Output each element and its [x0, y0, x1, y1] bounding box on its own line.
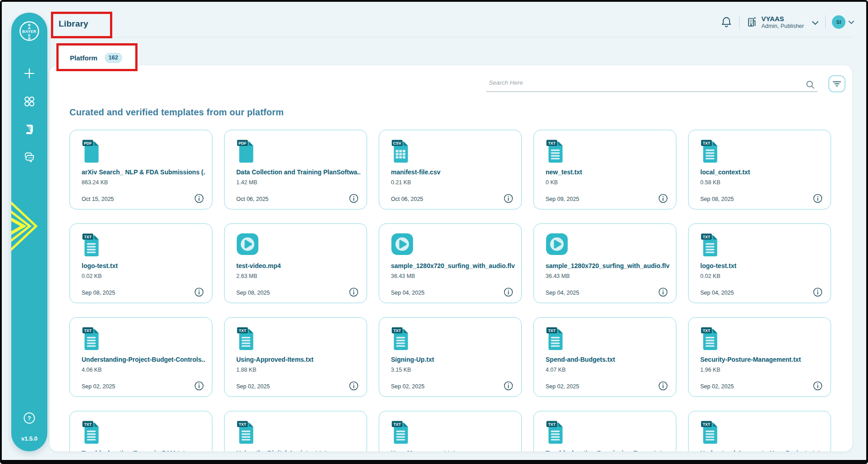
file-card[interactable]: sample_1280x720_surfing_with_audio.flv36…: [379, 223, 522, 303]
info-icon[interactable]: [658, 194, 668, 203]
bayer-logo[interactable]: BAYER B A E R: [19, 21, 40, 41]
organization-selector[interactable]: VYAAS Admin, Publisher: [746, 15, 819, 29]
file-date: Sep 02, 2025: [546, 383, 579, 390]
notifications-button[interactable]: [720, 16, 733, 28]
file-card[interactable]: TXT Troubleshooting-Permission-Errors.tx…: [533, 411, 676, 451]
info-icon[interactable]: [194, 287, 204, 297]
building-icon: [746, 16, 758, 28]
search-input[interactable]: [486, 77, 817, 92]
file-date: Oct 06, 2025: [236, 196, 269, 202]
csv-file-icon: CSV: [391, 139, 410, 165]
filter-button[interactable]: [828, 75, 845, 92]
svg-text:TXT: TXT: [703, 141, 710, 146]
txt-file-icon: TXT: [546, 139, 565, 165]
info-icon[interactable]: [813, 194, 822, 203]
info-icon[interactable]: [658, 287, 668, 297]
svg-text:TXT: TXT: [548, 422, 556, 427]
org-name: VYAAS: [762, 15, 804, 23]
file-date: Oct 15, 2025: [82, 196, 114, 202]
svg-text:TXT: TXT: [239, 422, 246, 427]
file-card[interactable]: test-video.mp42.63 MBSep 08, 2025: [224, 223, 367, 303]
file-card[interactable]: TXT Security-Posture-Management.txt1.96 …: [688, 317, 831, 397]
annotation-box-library: [51, 12, 112, 38]
txt-file-icon: TXT: [391, 420, 410, 446]
file-name: manifest-file.csv: [391, 168, 515, 176]
file-size: 863.24 KB: [82, 179, 108, 186]
txt-file-icon: TXT: [700, 327, 719, 353]
decorative-chevrons: [11, 201, 47, 251]
file-card[interactable]: TXT Signing-Up.txt3.15 KBSep 02, 2025: [379, 317, 522, 397]
info-icon[interactable]: [194, 194, 204, 203]
file-size: 3.15 KB: [391, 367, 411, 373]
file-name: test-video.mp4: [236, 262, 360, 269]
info-icon[interactable]: [349, 381, 358, 391]
info-icon[interactable]: [813, 381, 822, 391]
svg-text:PDF: PDF: [239, 141, 247, 146]
file-card[interactable]: TXT Understand-Access-to-Your-Projects.t…: [688, 411, 831, 451]
file-date: Sep 04, 2025: [391, 290, 424, 296]
file-card[interactable]: TXT Spend-and-Budgets.txt4.07 KBSep 02, …: [533, 317, 676, 397]
file-card[interactable]: sample_1280x720_surfing_with_audio.flv36…: [533, 223, 676, 303]
txt-file-icon: TXT: [82, 327, 101, 353]
info-icon[interactable]: [504, 381, 513, 391]
file-card[interactable]: TXT new_test.txt0 KBSep 09, 2025: [533, 130, 676, 209]
svg-text:TXT: TXT: [548, 141, 556, 146]
file-card[interactable]: PDF Data Collection and Training PlanSof…: [224, 130, 367, 209]
txt-file-icon: TXT: [391, 327, 410, 353]
info-icon[interactable]: [504, 194, 513, 203]
info-icon[interactable]: [194, 381, 204, 391]
txt-file-icon: TXT: [700, 139, 719, 165]
user-menu[interactable]: SI: [832, 15, 854, 29]
file-date: Sep 08, 2025: [700, 196, 734, 202]
sidebar-item-apps[interactable]: [21, 93, 37, 109]
file-card[interactable]: TXT local_context.txt0.58 KBSep 08, 2025: [688, 130, 831, 209]
file-name: Troubleshooting-Errors-in-PAM.txt: [82, 450, 206, 451]
file-size: 0.02 KB: [82, 273, 101, 279]
book-icon: [24, 124, 35, 135]
file-card[interactable]: TXT logo-test.txt0.02 KBSep 04, 2025: [688, 223, 831, 303]
file-size: 4.06 KB: [82, 367, 101, 373]
divider: [825, 15, 826, 29]
svg-text:TXT: TXT: [703, 235, 710, 239]
svg-text:TXT: TXT: [703, 422, 710, 427]
info-icon[interactable]: [504, 287, 513, 297]
info-icon[interactable]: [349, 194, 358, 203]
txt-file-icon: TXT: [82, 420, 101, 446]
txt-file-icon: TXT: [236, 420, 255, 446]
chevron-down-icon: [812, 21, 819, 25]
file-size: 0.02 KB: [700, 273, 720, 279]
file-card[interactable]: TXT Using-Approved-Items.txt1.88 KBSep 0…: [224, 317, 367, 397]
sidebar-item-chat[interactable]: [21, 149, 37, 165]
file-name: Troubleshooting-Permission-Errors.txt: [546, 450, 670, 451]
annotation-box-platform: [56, 43, 138, 71]
file-name: local_context.txt: [700, 168, 824, 176]
search-icon[interactable]: [805, 80, 815, 90]
svg-text:?: ?: [28, 415, 31, 422]
file-name: new_test.txt: [546, 168, 670, 176]
sidebar-item-library[interactable]: [21, 121, 37, 137]
svg-text:CSV: CSV: [393, 141, 401, 146]
file-card[interactable]: TXT Understanding-Project-Budget-Control…: [69, 317, 212, 397]
file-size: 2.63 MB: [236, 273, 257, 279]
file-name: Signing-Up.txt: [391, 356, 515, 363]
file-card[interactable]: CSV manifest-file.csv0.21 KBOct 06, 2025: [379, 130, 522, 209]
info-icon[interactable]: [349, 287, 358, 297]
file-size: 36.43 MB: [546, 273, 570, 279]
file-card[interactable]: TXT Using-the-Digital-Assistant.txt: [224, 411, 367, 451]
file-name: Understand-Access-to-Your-Projects.txt: [700, 450, 824, 451]
info-icon[interactable]: [658, 381, 668, 391]
svg-text:TXT: TXT: [548, 328, 556, 333]
file-name: logo-test.txt: [700, 262, 824, 269]
file-name: sample_1280x720_surfing_with_audio.flv: [546, 262, 670, 269]
help-button[interactable]: ?: [22, 411, 37, 425]
file-card[interactable]: TXT Troubleshooting-Errors-in-PAM.txt: [69, 411, 212, 451]
file-card[interactable]: TXT logo-test.txt0.02 KBSep 08, 2025: [69, 223, 212, 303]
add-button[interactable]: [21, 65, 37, 82]
file-date: Sep 02, 2025: [700, 383, 734, 390]
file-card[interactable]: PDF arXiv Search_ NLP & FDA Submissions …: [69, 130, 212, 209]
info-icon[interactable]: [813, 287, 822, 297]
file-name: Understanding-Project-Budget-Controls...…: [82, 356, 206, 363]
file-card[interactable]: TXT User-Management.txt: [379, 411, 522, 451]
file-date: Sep 02, 2025: [236, 383, 270, 390]
txt-file-icon: TXT: [236, 327, 255, 353]
